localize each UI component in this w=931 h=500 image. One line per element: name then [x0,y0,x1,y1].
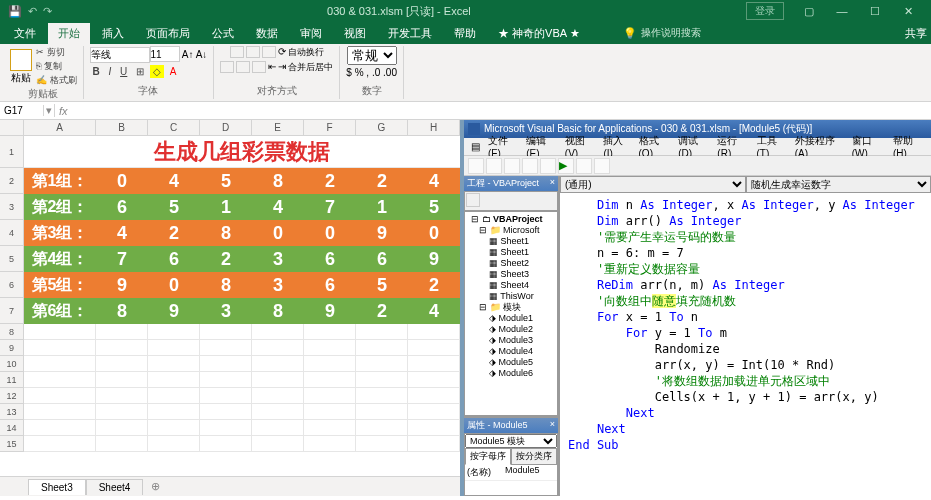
empty-cell[interactable] [304,324,356,340]
orientation-icon[interactable]: ⟳ [278,46,286,59]
sheet-tab[interactable]: Sheet3 [28,479,86,495]
empty-cell[interactable] [356,436,408,452]
data-cell[interactable]: 6 [148,246,200,272]
cut-button[interactable]: ✂ 剪切 [36,46,77,59]
empty-cell[interactable] [200,340,252,356]
empty-cell[interactable] [304,436,356,452]
increase-font-icon[interactable]: A↑ [182,49,194,60]
empty-cell[interactable] [356,404,408,420]
tab-help[interactable]: 帮助 [444,23,486,44]
data-cell[interactable]: 6 [96,194,148,220]
empty-cell[interactable] [304,404,356,420]
data-cell[interactable]: 1 [200,194,252,220]
data-cell[interactable]: 0 [148,272,200,298]
undo-icon[interactable]: ↶ [28,5,37,18]
col-header[interactable]: C [148,120,200,135]
empty-cell[interactable] [200,356,252,372]
row-label-cell[interactable]: 第5组： [24,272,96,298]
ribbon-options-icon[interactable]: ▢ [794,5,824,18]
number-format[interactable]: 常规 [347,46,397,65]
row-header[interactable]: 7 [0,298,24,324]
share-button[interactable]: 共享 [705,26,927,41]
vbe-tb-save-icon[interactable] [486,158,502,174]
empty-cell[interactable] [356,340,408,356]
empty-cell[interactable] [356,356,408,372]
empty-cell[interactable] [252,420,304,436]
empty-cell[interactable] [96,388,148,404]
empty-cell[interactable] [24,340,96,356]
vbe-sys-icon[interactable]: ▤ [468,141,483,152]
tab-data[interactable]: 数据 [246,23,288,44]
data-cell[interactable]: 2 [200,246,252,272]
save-icon[interactable]: 💾 [8,5,22,18]
data-cell[interactable]: 0 [252,220,304,246]
data-cell[interactable]: 9 [304,298,356,324]
vbe-tb-run-icon[interactable]: ▶ [558,158,574,174]
row-header[interactable]: 1 [0,136,24,168]
border-button[interactable]: ⊞ [133,65,147,78]
tab-file[interactable]: 文件 [4,23,46,44]
tab-layout[interactable]: 页面布局 [136,23,200,44]
data-cell[interactable]: 2 [304,168,356,194]
empty-cell[interactable] [304,420,356,436]
wrap-button[interactable]: 自动换行 [288,46,324,59]
data-cell[interactable]: 4 [252,194,304,220]
tab-insert[interactable]: 插入 [92,23,134,44]
col-header[interactable]: E [252,120,304,135]
empty-cell[interactable] [356,420,408,436]
data-cell[interactable]: 8 [200,272,252,298]
empty-cell[interactable] [356,388,408,404]
close-icon[interactable]: × [550,419,555,432]
data-cell[interactable]: 3 [252,246,304,272]
empty-cell[interactable] [304,372,356,388]
align-mid[interactable] [246,46,260,58]
quickaccess[interactable]: 💾 ↶ ↷ [8,5,52,18]
data-cell[interactable]: 2 [148,220,200,246]
paste-button[interactable]: 粘贴 [10,49,32,85]
tab-vba[interactable]: ★ 神奇的VBA ★ [488,23,590,44]
row-header[interactable]: 11 [0,372,24,388]
row-header[interactable]: 4 [0,220,24,246]
align-top[interactable] [230,46,244,58]
empty-cell[interactable] [96,340,148,356]
copy-button[interactable]: ⎘ 复制 [36,60,77,73]
tab-home[interactable]: 开始 [48,23,90,44]
empty-cell[interactable] [200,372,252,388]
col-header[interactable]: F [304,120,356,135]
row-header[interactable]: 10 [0,356,24,372]
tellme-search[interactable]: 操作说明搜索 [641,26,701,40]
select-all-corner[interactable] [0,120,24,135]
vbe-tb-cut-icon[interactable] [504,158,520,174]
empty-cell[interactable] [148,324,200,340]
tab-view[interactable]: 视图 [334,23,376,44]
align-center[interactable] [236,61,250,73]
sheet-tab[interactable]: Sheet4 [86,479,144,495]
data-cell[interactable]: 9 [356,220,408,246]
empty-cell[interactable] [148,404,200,420]
data-cell[interactable]: 6 [304,272,356,298]
row-header[interactable]: 13 [0,404,24,420]
row-label-cell[interactable]: 第4组： [24,246,96,272]
fill-color-button[interactable]: ◇ [150,65,164,78]
data-cell[interactable]: 8 [252,168,304,194]
col-header[interactable]: B [96,120,148,135]
col-header[interactable]: A [24,120,96,135]
empty-cell[interactable] [148,340,200,356]
data-cell[interactable]: 2 [356,168,408,194]
project-tree[interactable]: ⊟ 🗀 VBAProject ⊟ 📁 Microsoft ▦ Sheet1 ▦ … [464,211,558,416]
empty-cell[interactable] [252,356,304,372]
font-name[interactable] [90,47,150,63]
object-dropdown[interactable]: (通用) [560,176,746,193]
vbe-tb-paste-icon[interactable] [540,158,556,174]
empty-cell[interactable] [252,436,304,452]
dec-decimal-icon[interactable]: .00 [383,67,397,78]
col-header[interactable]: H [408,120,460,135]
data-cell[interactable]: 3 [252,272,304,298]
data-cell[interactable]: 5 [200,168,252,194]
data-cell[interactable]: 5 [148,194,200,220]
login-button[interactable]: 登录 [746,2,784,20]
align-bot[interactable] [262,46,276,58]
empty-cell[interactable] [408,340,460,356]
prop-val[interactable]: Module5 [505,465,540,480]
row-header[interactable]: 6 [0,272,24,298]
